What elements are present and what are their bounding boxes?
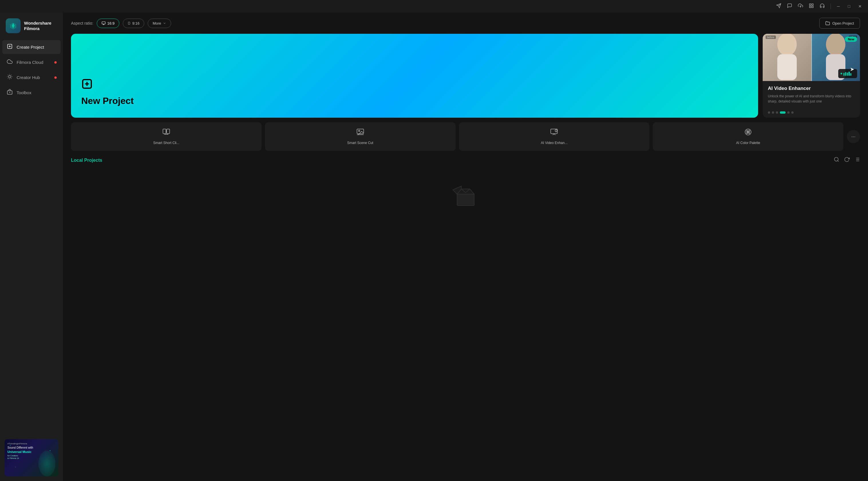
- svg-line-52: [838, 161, 839, 162]
- svg-rect-3: [809, 4, 811, 5]
- feature-card-body: AI Video Enhancer Unlock the power of AI…: [763, 81, 860, 109]
- svg-point-42: [555, 130, 557, 132]
- more-tools-button[interactable]: ···: [847, 130, 860, 143]
- svg-point-39: [358, 130, 360, 132]
- ai-panel-bars: [843, 71, 855, 77]
- title-bar-icons: [776, 3, 831, 10]
- svg-rect-33: [848, 72, 850, 76]
- creator-hub-notification-dot: [54, 77, 57, 79]
- main-content: Aspect ratio: 16:9 9:16 More Open Projec…: [63, 12, 868, 481]
- close-button[interactable]: ✕: [857, 3, 863, 9]
- aspect-16-9-button[interactable]: 16:9: [97, 19, 119, 28]
- feature-dot-4[interactable]: [787, 111, 789, 114]
- svg-point-48: [747, 132, 748, 134]
- new-project-card[interactable]: New Project: [71, 34, 758, 118]
- open-project-button[interactable]: Open Project: [819, 18, 860, 29]
- sidebar-item-toolbox[interactable]: Toolbox: [2, 86, 61, 100]
- grid-apps-icon[interactable]: [809, 3, 814, 10]
- section-actions: [834, 157, 860, 164]
- maximize-button[interactable]: □: [846, 3, 852, 9]
- svg-rect-25: [128, 22, 130, 24]
- ai-color-palette-label: AI Color Palette: [736, 141, 760, 145]
- window-controls: ─ □ ✕: [835, 3, 863, 9]
- new-project-icon: [81, 78, 748, 92]
- filmora-cloud-notification-dot: [54, 61, 57, 64]
- sidebar-label-toolbox: Toolbox: [17, 90, 31, 95]
- refresh-icon[interactable]: [844, 157, 850, 164]
- banner-trending-tag: #TrendinginFilmora: [7, 442, 33, 445]
- smart-scene-cut-label: Smart Scene Cut: [347, 141, 373, 145]
- title-bar: ─ □ ✕: [0, 0, 868, 12]
- app-body: Wondershare Filmora Create Project Filmo…: [0, 12, 868, 481]
- search-icon[interactable]: [834, 157, 839, 164]
- smart-clip-icon: [162, 128, 170, 138]
- svg-point-45: [745, 129, 751, 135]
- aspect-ratio-group: Aspect ratio: 16:9 9:16 More: [71, 19, 171, 28]
- svg-rect-4: [812, 4, 813, 5]
- mobile-icon: [128, 21, 130, 25]
- ai-panel-overlay: [838, 69, 857, 78]
- svg-rect-5: [812, 6, 813, 7]
- app-logo-icon: [6, 18, 21, 33]
- feature-dot-5[interactable]: [791, 111, 794, 114]
- chat-icon[interactable]: [787, 3, 792, 10]
- send-icon[interactable]: [776, 3, 781, 10]
- svg-line-14: [11, 78, 11, 79]
- svg-rect-32: [847, 73, 848, 76]
- banner-line1: Sound Different with: [7, 446, 33, 450]
- minimize-button[interactable]: ─: [835, 3, 842, 9]
- toolbox-icon: [7, 89, 12, 96]
- svg-rect-6: [809, 6, 811, 7]
- svg-point-50: [747, 131, 749, 133]
- svg-rect-31: [845, 72, 846, 76]
- cloud-icon: [7, 59, 12, 66]
- video-enhance-icon: [550, 128, 558, 138]
- folder-icon: [825, 21, 830, 26]
- plus-box-icon: [7, 43, 12, 51]
- feature-dot-1[interactable]: [772, 111, 774, 114]
- banner-line3: for Creators: [7, 454, 33, 457]
- upload-icon[interactable]: [798, 3, 803, 10]
- sidebar-label-filmora-cloud: Filmora Cloud: [17, 60, 43, 65]
- banner-line4: in Filmora 14: [7, 457, 33, 460]
- svg-point-46: [747, 130, 748, 132]
- svg-rect-22: [102, 22, 105, 24]
- sidebar-label-creator-hub: Creator Hub: [17, 75, 40, 80]
- sidebar-item-creator-hub[interactable]: Creator Hub: [2, 70, 61, 85]
- banner-image: #TrendinginFilmora Sound Different with …: [5, 439, 58, 476]
- grid-view-icon[interactable]: [854, 157, 860, 164]
- new-project-label: New Project: [81, 96, 748, 106]
- section-header: Local Projects: [71, 157, 860, 164]
- svg-point-10: [8, 76, 11, 78]
- svg-rect-35: [163, 129, 166, 134]
- local-projects-title: Local Projects: [71, 158, 102, 163]
- feature-dot-3-active[interactable]: [780, 111, 785, 114]
- feature-card-image: before After New: [763, 34, 860, 81]
- tool-ai-color-palette[interactable]: AI Color Palette: [653, 122, 843, 151]
- sidebar-item-create-project[interactable]: Create Project: [2, 40, 61, 54]
- svg-point-51: [835, 157, 838, 161]
- smart-short-clip-label: Smart Short Cli...: [153, 141, 179, 145]
- sidebar-banner[interactable]: #TrendinginFilmora Sound Different with …: [0, 434, 63, 481]
- feature-dot-0[interactable]: [768, 111, 770, 114]
- more-aspect-button[interactable]: More: [148, 19, 171, 28]
- feature-dot-2[interactable]: [776, 111, 778, 114]
- sidebar-label-create-project: Create Project: [17, 45, 44, 50]
- feature-card-description: Unlock the power of AI and transform blu…: [768, 94, 855, 104]
- tools-row: Smart Short Cli... Smart Scene Cut AI Vi…: [63, 118, 868, 151]
- aspect-ratio-label: Aspect ratio:: [71, 21, 93, 26]
- aspect-9-16-button[interactable]: 9:16: [123, 19, 144, 28]
- sidebar-logo: Wondershare Filmora: [0, 12, 63, 40]
- ai-video-enhancer-label: AI Video Enhan...: [541, 141, 567, 145]
- color-palette-icon: [744, 128, 752, 138]
- ai-panel-indicator: [840, 73, 842, 74]
- svg-rect-34: [850, 73, 851, 76]
- content-area: New Project: [63, 34, 868, 118]
- feature-card-title: AI Video Enhancer: [768, 86, 855, 91]
- headset-icon[interactable]: [819, 3, 825, 10]
- tool-smart-scene-cut[interactable]: Smart Scene Cut: [265, 122, 456, 151]
- tool-ai-video-enhancer[interactable]: AI Video Enhan...: [459, 122, 650, 151]
- ai-feature-card: before After New: [763, 34, 860, 118]
- tool-smart-short-clip[interactable]: Smart Short Cli...: [71, 122, 261, 151]
- sidebar-item-filmora-cloud[interactable]: Filmora Cloud: [2, 55, 61, 69]
